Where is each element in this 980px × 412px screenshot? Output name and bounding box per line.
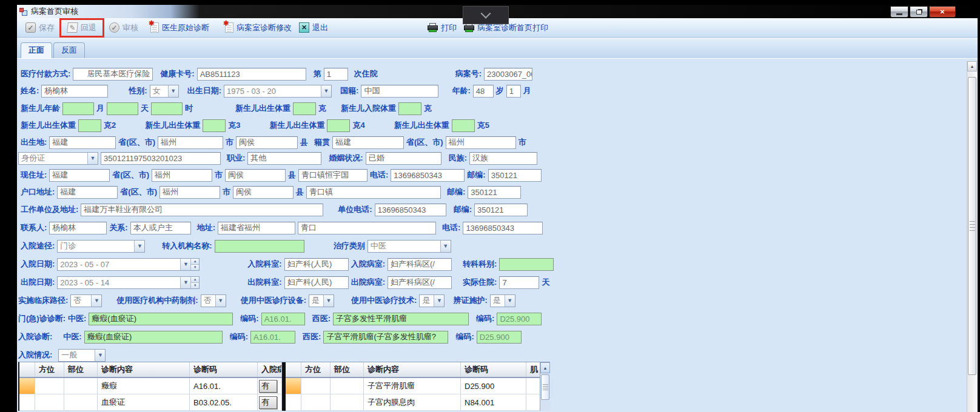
outpatient-western-diagnosis-input[interactable]: 子宫多发性平滑肌瘤 [333, 313, 469, 325]
column-header[interactable]: 诊断码 [190, 362, 258, 377]
column-header[interactable]: 方位 [301, 362, 331, 377]
column-header[interactable]: 部位 [331, 362, 364, 377]
current-county-input[interactable]: 闽侯 [225, 169, 286, 182]
tcm-technique-combo[interactable]: 是▼ [419, 294, 445, 307]
admission-western-diagnosis-input[interactable]: 子宫平滑肌瘤(子宫多发性肌瘤? [323, 331, 448, 344]
grid-scrollbar-thumb[interactable] [541, 374, 549, 400]
id-number-input[interactable]: 350121197503201023 [101, 152, 221, 165]
tcm-equipment-combo[interactable]: 是▼ [309, 294, 334, 307]
contact-name-input[interactable]: 杨榆林 [49, 222, 107, 234]
exit-button[interactable]: ✕ 退出 [295, 21, 332, 35]
health-card-input[interactable]: AB8511123 [197, 68, 306, 81]
age-months-input[interactable]: 1 [506, 85, 521, 98]
newborn-weight4-input[interactable] [327, 119, 350, 132]
admission-condition-combo[interactable]: 一般▼ [58, 349, 106, 362]
restore-button[interactable] [910, 6, 928, 18]
discharge-date-picker[interactable]: 2023 - 05 - 14▼▲▼ [57, 276, 200, 289]
current-postcode-input[interactable]: 350121 [488, 169, 542, 182]
print-button[interactable]: 打印 [424, 21, 460, 35]
column-header[interactable]: 肌 [526, 362, 540, 377]
current-phone-input[interactable]: 13696850343 [391, 169, 465, 182]
admission-western-code-input[interactable]: D25.900 [477, 331, 522, 344]
record-no-input[interactable]: 23003067_001 [484, 68, 532, 81]
close-button[interactable]: ✕ [929, 6, 956, 18]
contact-relation-input[interactable]: 本人或户主 [130, 222, 191, 234]
actual-stay-input[interactable]: 7 [499, 276, 539, 289]
records-room-diagnosis-edit-button[interactable]: ✱ 病案室诊断修改 [221, 21, 295, 35]
treatment-category-combo[interactable]: 中医▼ [368, 240, 451, 253]
column-header[interactable]: 诊断码 [461, 362, 526, 377]
name-input[interactable]: 杨榆林 [41, 85, 108, 98]
column-header[interactable]: 诊断内容 [364, 362, 461, 377]
minimize-button[interactable] [890, 6, 908, 18]
admission-count-input[interactable]: 1 [324, 68, 348, 81]
native-province-input[interactable]: 福建 [332, 136, 404, 149]
age-years-input[interactable]: 48 [473, 85, 494, 98]
save-button[interactable]: ✓ 保存 [22, 21, 58, 35]
birth-date-picker[interactable]: 1975 - 03 - 20▼ [224, 85, 332, 98]
contact-address1-input[interactable]: 福建省福州 [218, 222, 295, 234]
clinical-path-combo[interactable]: 否▼ [70, 294, 102, 307]
herbal-preparation-combo[interactable]: 否▼ [201, 294, 226, 307]
household-postcode-input[interactable]: 350121 [468, 186, 521, 199]
birthplace-province-input[interactable]: 福建 [49, 136, 116, 149]
admission-tcm-diagnosis-input[interactable]: 癥瘕(血瘀证) [84, 331, 223, 344]
current-city-input[interactable]: 福州 [152, 169, 212, 182]
current-province-input[interactable]: 福建 [49, 169, 110, 182]
table-row[interactable]: 癥瘕 A16.01. 有 [19, 378, 282, 394]
overlay-chevron-button[interactable] [463, 6, 509, 24]
newborn-age-hour-input[interactable] [151, 102, 183, 115]
doctor-original-diagnosis-button[interactable]: ✱ 医生原始诊断 [147, 21, 213, 35]
transfer-org-input[interactable] [215, 240, 304, 253]
newborn-weight2-input[interactable] [78, 119, 101, 132]
row-selector[interactable] [19, 378, 35, 394]
birthplace-city-input[interactable]: 福州 [158, 136, 223, 149]
newborn-admission-weight-input[interactable] [398, 102, 421, 115]
outpatient-tcm-diagnosis-input[interactable]: 癥瘕(血瘀证) [89, 313, 233, 325]
admission-dept-input[interactable]: 妇产科(人民) [284, 258, 349, 271]
grid-vertical-scrollbar[interactable]: ▲ [540, 362, 550, 411]
main-scrollbar-thumb[interactable] [968, 77, 976, 375]
ethnicity-input[interactable]: 汉族 [469, 152, 537, 165]
discharge-dept-input[interactable]: 妇产科(人民) [284, 276, 349, 289]
contact-address2-input[interactable]: 青口 [298, 222, 436, 234]
newborn-age-day-input[interactable] [107, 102, 138, 115]
admission-condition-flag-button[interactable]: 有 [259, 380, 277, 393]
audit-button[interactable]: ✓ 审核 [106, 21, 142, 35]
occupation-input[interactable]: 其他 [247, 152, 321, 165]
outpatient-western-code-input[interactable]: D25.900 [497, 313, 542, 325]
column-header[interactable]: 部位 [64, 362, 98, 377]
outpatient-tcm-code-input[interactable]: A16.01. [261, 313, 305, 325]
row-selector[interactable] [286, 394, 301, 410]
admission-path-combo[interactable]: 门诊▼ [57, 240, 145, 253]
column-header[interactable]: 诊断内容 [98, 362, 190, 377]
date-spinner[interactable]: ▲▼ [190, 277, 199, 288]
birthplace-county-input[interactable]: 闽侯 [236, 136, 298, 149]
table-row[interactable]: 子宫平滑肌瘤 D25.900 [286, 378, 540, 394]
household-county-input[interactable]: 闽侯 [233, 186, 294, 199]
admission-condition-flag-button[interactable]: 有 [259, 396, 277, 409]
native-city-input[interactable]: 福州 [446, 136, 516, 149]
nationality-input[interactable]: 中国 [361, 85, 438, 98]
tab-front[interactable]: 正面 [21, 42, 52, 58]
work-unit-input[interactable]: 福建万丰鞋业有限公司 [81, 204, 323, 216]
transfer-dept-input[interactable] [499, 258, 554, 271]
newborn-weight5-input[interactable] [452, 119, 475, 132]
admission-ward-input[interactable]: 妇产科病区(/ [388, 258, 452, 271]
admission-tcm-code-input[interactable]: A16.01. [250, 331, 295, 344]
payment-method-input[interactable]: 居民基本医疗保险 [73, 68, 153, 81]
scroll-up-icon[interactable]: ▲ [540, 362, 550, 373]
table-row[interactable]: 血瘀证 B03.02.05. 有 [19, 394, 282, 411]
id-type-combo[interactable]: 身份证▼ [18, 152, 98, 165]
current-detail-input[interactable]: 青口镇恒宇国 [298, 169, 368, 182]
gender-combo[interactable]: 女▼ [150, 85, 179, 98]
row-selector[interactable] [286, 378, 301, 394]
syndrome-nursing-combo[interactable]: 是▼ [490, 294, 515, 307]
discharge-ward-input[interactable]: 妇产科病区(/ [388, 276, 452, 289]
household-detail-input[interactable]: 青口镇 [306, 186, 441, 199]
household-province-input[interactable]: 福建 [57, 186, 118, 199]
scroll-up-icon[interactable]: ▲ [967, 61, 977, 71]
marital-status-input[interactable]: 已婚 [366, 152, 441, 165]
tab-back[interactable]: 反面 [53, 42, 85, 58]
newborn-birth-weight-input[interactable] [293, 102, 316, 115]
